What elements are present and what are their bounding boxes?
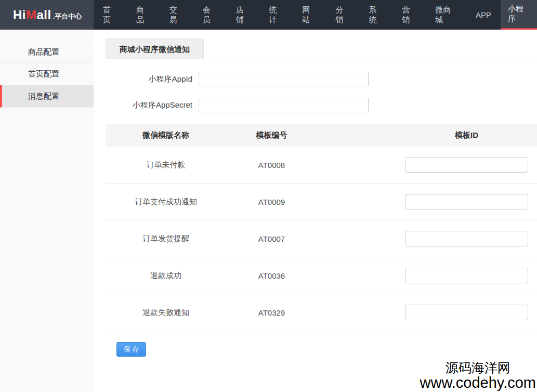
table-header-row: 微信模版名称 模板编号 模板ID: [106, 124, 537, 147]
sidebar: 商品配置 首页配置 消息配置: [0, 30, 94, 392]
tab-wechat-notify[interactable]: 商城小程序微信通知: [106, 38, 204, 59]
table-row: 订单未付款 AT0008: [106, 147, 537, 184]
watermark-site-name: 源码海洋网: [420, 361, 536, 374]
logo-text: HiMall: [13, 8, 51, 22]
col-header-template-name: 微信模版名称: [106, 130, 226, 140]
nav-item-members[interactable]: 会员: [193, 0, 227, 30]
nav-item-shops[interactable]: 店铺: [227, 0, 260, 30]
nav-item-trade[interactable]: 交易: [160, 0, 193, 30]
nav-item-products[interactable]: 商品: [127, 0, 160, 30]
top-nav-items: 首页 商品 交易 会员 店铺 统计 网站 分销 系统 营销 微商城 APP 小程…: [94, 0, 537, 30]
template-id-input[interactable]: [405, 268, 528, 283]
nav-item-app[interactable]: APP: [466, 0, 501, 30]
table-row: 订单发货提醒 AT0007: [106, 220, 537, 257]
template-id-input[interactable]: [405, 194, 528, 210]
template-code: AT0329: [226, 308, 317, 317]
template-code: AT0008: [226, 161, 317, 169]
template-name: 订单发货提醒: [106, 234, 226, 244]
watermark: 源码海洋网 www.codehy.com: [420, 361, 536, 390]
nav-item-marketing[interactable]: 营销: [392, 0, 426, 30]
watermark-url: www.codehy.com: [420, 375, 536, 390]
page-body: 商品配置 首页配置 消息配置 商城小程序微信通知 小程序AppId 小程序App…: [0, 30, 537, 392]
form-row-appsecret: 小程序AppSecret: [106, 98, 537, 112]
logo-m-mark: M: [26, 8, 37, 22]
appid-input[interactable]: [199, 72, 369, 86]
appid-label: 小程序AppId: [106, 74, 192, 84]
nav-item-miniprogram[interactable]: 小程序: [501, 0, 537, 30]
template-code: AT0009: [226, 198, 317, 206]
appsecret-label: 小程序AppSecret: [106, 100, 192, 110]
template-name: 订单支付成功通知: [106, 197, 226, 207]
sidebar-item-home-config[interactable]: 首页配置: [0, 63, 94, 85]
template-code: AT0036: [226, 271, 317, 280]
tab-bar: 商城小程序微信通知: [106, 38, 537, 59]
top-nav: HiMall .平台中心 首页 商品 交易 会员 店铺 统计 网站 分销 系统 …: [0, 0, 537, 30]
sidebar-item-product-config[interactable]: 商品配置: [0, 41, 94, 63]
sidebar-item-message-config[interactable]: 消息配置: [0, 85, 94, 108]
main-content: 商城小程序微信通知 小程序AppId 小程序AppSecret 微信模版名称 模…: [94, 30, 537, 392]
template-id-input[interactable]: [405, 305, 528, 320]
template-id-input[interactable]: [405, 157, 528, 173]
nav-item-micromall[interactable]: 微商城: [426, 0, 466, 30]
col-header-template-code: 模板编号: [226, 130, 317, 140]
nav-item-stats[interactable]: 统计: [260, 0, 293, 30]
save-button[interactable]: 保 存: [116, 342, 146, 357]
appsecret-input[interactable]: [199, 98, 369, 112]
form-row-appid: 小程序AppId: [106, 72, 537, 86]
logo[interactable]: HiMall .平台中心: [0, 0, 94, 30]
template-table: 微信模版名称 模板编号 模板ID 订单未付款 AT0008 订单支付成功通知 A…: [106, 124, 537, 331]
template-code: AT0007: [226, 234, 317, 243]
template-name: 订单未付款: [106, 160, 226, 170]
nav-item-home[interactable]: 首页: [94, 0, 127, 30]
miniprogram-form: 小程序AppId 小程序AppSecret: [106, 72, 537, 112]
col-header-template-id: 模板ID: [317, 130, 537, 140]
nav-item-website[interactable]: 网站: [293, 0, 326, 30]
template-name: 退款失败通知: [106, 308, 226, 318]
template-name: 退款成功: [106, 271, 226, 281]
table-row: 退款成功 AT0036: [106, 257, 537, 294]
logo-suffix: .平台中心: [53, 9, 82, 21]
table-row: 订单支付成功通知 AT0009: [106, 184, 537, 220]
nav-item-distribution[interactable]: 分销: [326, 0, 359, 30]
nav-item-system[interactable]: 系统: [359, 0, 392, 30]
table-row: 退款失败通知 AT0329: [106, 294, 537, 331]
template-id-input[interactable]: [405, 231, 528, 246]
